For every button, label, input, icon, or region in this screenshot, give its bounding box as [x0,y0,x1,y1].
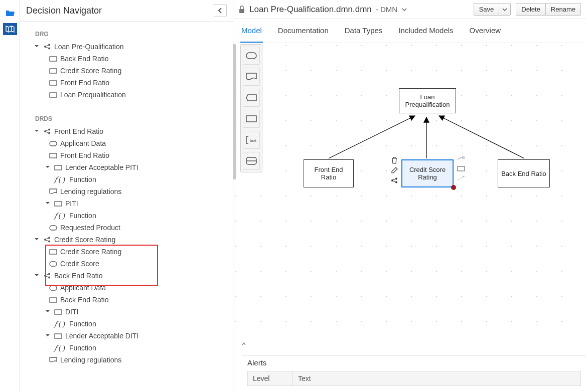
save-dropdown-button[interactable] [499,3,511,16]
sidebar-title: Decision Navigator [26,6,102,16]
node-label: Applicant Data [60,139,106,147]
tree-item[interactable]: 𝑓 ( ) Function [49,342,233,354]
svg-rect-24 [50,298,57,302]
node-label: PITI [65,200,78,208]
tab-documentation[interactable]: Documentation [277,19,330,43]
node-label: Loan Prequalification [60,91,126,99]
tree-item[interactable]: Credit Score Rating [45,65,233,77]
alerts-table: Level Text [247,371,581,386]
palette-text-annotation[interactable]: text [243,131,260,149]
tree-item[interactable]: Lending regulations [45,185,233,198]
decision-icon [49,296,57,303]
tree-item[interactable]: Applicant Data [45,282,233,294]
tree-item[interactable]: 𝑓 ( ) Function [49,318,233,330]
node-label: Front End Ratio [54,127,103,135]
svg-rect-18 [50,250,57,254]
tab-included-models[interactable]: Included Models [397,19,454,43]
expand-alerts-icon[interactable] [241,341,247,347]
tab-overview[interactable]: Overview [469,19,502,43]
function-icon: 𝑓 ( ) [53,176,66,183]
dotted-connector-icon[interactable] [457,174,465,182]
tree-item[interactable]: Credit Score Rating [45,246,233,258]
tree-item[interactable]: PITI [41,198,233,210]
connector-icon[interactable]: txt [457,154,465,162]
svg-rect-5 [50,81,57,85]
rail-folder-icon[interactable] [3,7,17,19]
decision-icon [54,332,62,339]
tab-model[interactable]: Model [240,19,263,43]
palette-bkm[interactable] [243,89,260,107]
palette-decision-service[interactable] [243,152,260,170]
svg-point-17 [48,241,50,243]
document-title[interactable]: Loan Pre-Qualification.dmn.dmn - DMN [238,5,407,15]
tree-item[interactable]: Back End Ratio [45,294,233,306]
knowledge-source-icon [49,188,57,195]
main-area: Loan Pre-Qualification.dmn.dmn - DMN Sav… [233,0,586,392]
edit-icon[interactable] [390,166,398,174]
caret-down-icon [45,164,51,170]
tree-drg-root[interactable]: Loan Pre-Qualification [30,41,233,53]
resize-handle-icon[interactable] [451,185,456,190]
canvas[interactable]: text Loan Prequalification Front End Rat… [233,43,586,392]
tree-item[interactable]: Lender Acceptable DITI [41,330,233,342]
svg-rect-4 [50,69,57,73]
node-label: Front End Ratio [60,151,109,159]
delete-button[interactable]: Delete [516,3,545,16]
tree-drd-root[interactable]: Front End Ratio [30,125,233,137]
node-loan-prequalification[interactable]: Loan Prequalification [399,88,456,113]
decision-icon [54,200,62,207]
alerts-title: Alerts [247,358,581,367]
save-button[interactable]: Save [474,3,499,16]
caret-down-icon [45,201,51,207]
collapse-sidebar-button[interactable] [214,4,227,17]
tree-item[interactable]: Back End Ratio [45,53,233,65]
rename-button[interactable]: Rename [545,3,581,16]
doc-actions: Delete Rename [516,3,581,16]
tab-data-types[interactable]: Data Types [344,19,384,43]
tree-item[interactable]: 𝑓 ( ) Function [49,210,233,222]
tree-section-drg: DRG [25,25,233,41]
tree-item[interactable]: Requested Product [45,222,233,234]
share-icon [43,236,51,243]
palette-input-data[interactable] [243,47,260,65]
input-data-icon [49,260,57,267]
tree-item[interactable]: Lending regulations [45,354,233,366]
node-back-end-ratio[interactable]: Back End Ratio [498,159,550,187]
tree-drd-root[interactable]: Back End Ratio [30,270,233,282]
tree-item[interactable]: Loan Prequalification [45,89,233,101]
caret-down-icon [34,273,40,279]
decision-icon [54,308,62,315]
tree-item[interactable]: Applicant Data [45,137,233,149]
svg-point-38 [395,181,397,183]
node-label: Lending regulations [60,356,121,364]
svg-point-42 [463,176,465,177]
knowledge-source-icon [49,356,57,363]
node-left-tools [390,156,398,184]
tree-item[interactable]: Credit Score [45,258,233,270]
palette-knowledge-source[interactable] [243,68,260,86]
decision-navigator-panel: Decision Navigator DRG Loan Pre-Qualific… [20,0,233,392]
svg-point-8 [48,129,50,131]
tree-item[interactable]: DITI [41,306,233,318]
input-data-icon [49,140,57,147]
share-icon [43,272,51,279]
svg-rect-23 [50,286,57,290]
svg-point-1 [48,44,50,46]
palette-decision[interactable] [243,110,260,128]
tree-item[interactable]: Front End Ratio [45,149,233,161]
tree-drd-root[interactable]: Credit Score Rating [30,234,233,246]
svg-rect-13 [55,202,62,206]
trash-icon[interactable] [390,156,398,164]
tree-item[interactable]: Lender Acceptable PITI [41,161,233,173]
node-credit-score-rating[interactable]: Credit Score Rating [401,159,454,187]
svg-point-9 [48,132,50,134]
rect-icon[interactable] [457,164,465,172]
tree-item[interactable]: 𝑓 ( ) Function [49,173,233,185]
node-right-tools: txt [457,154,465,182]
node-label: Lender Acceptable DITI [65,332,138,340]
svg-rect-26 [55,334,62,338]
tree-item[interactable]: Front End Ratio [45,77,233,89]
node-front-end-ratio[interactable]: Front End Ratio [304,159,354,187]
share-icon[interactable] [390,176,398,184]
rail-map-icon[interactable] [3,23,17,35]
